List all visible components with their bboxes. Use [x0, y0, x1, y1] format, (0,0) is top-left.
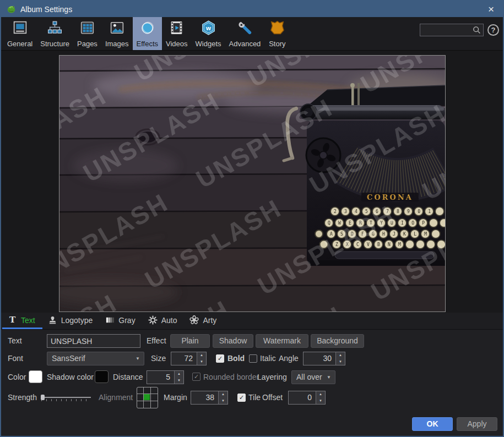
spin-up-icon[interactable]: ▲ [316, 391, 325, 398]
toolbar-label: Structure [40, 40, 69, 48]
strength-slider[interactable] [41, 392, 92, 402]
toolbar-label: General [7, 40, 32, 48]
toolbar-button-structure[interactable]: Structure [36, 17, 73, 50]
videos-icon [169, 20, 185, 38]
effect-background-button[interactable]: Background [311, 334, 364, 348]
close-button[interactable]: × [485, 4, 497, 14]
arty-icon [189, 315, 199, 325]
bold-checkbox[interactable]: ✓ [216, 354, 224, 363]
text-effect-panel: Text Effect Plain Shadow Watermark Backg… [1, 330, 503, 436]
tab-arty[interactable]: Arty [184, 313, 224, 329]
chevron-down-icon: ▼ [327, 371, 331, 384]
toolbar-button-videos[interactable]: Videos [162, 17, 192, 50]
effect-plain-button[interactable]: Plain [170, 334, 210, 348]
alignment-cell[interactable] [137, 387, 144, 394]
slider-track[interactable] [41, 397, 91, 398]
gray-icon [105, 315, 115, 325]
titlebar: Album Settings × [1, 1, 503, 17]
toolbar-label: Images [105, 40, 129, 48]
preview-area: CORONA 2345678901 [1, 51, 503, 313]
offset-spinner[interactable]: 0 ▲▼ [288, 391, 326, 405]
watermark-text-input[interactable] [47, 334, 140, 348]
bold-label: Bold [227, 352, 245, 365]
offset-label: Offset [262, 391, 283, 405]
general-icon [12, 20, 28, 38]
tab-text[interactable]: T Text [2, 313, 42, 329]
ok-button[interactable]: OK [412, 417, 453, 431]
text-tab-icon: T [8, 315, 17, 325]
alignment-cell[interactable] [151, 387, 158, 394]
logotype-icon [48, 315, 57, 325]
angle-spinner[interactable]: 30 ▲▼ [303, 352, 345, 365]
font-label: Font [8, 352, 23, 365]
story-icon [269, 20, 285, 38]
help-button[interactable]: ? [487, 24, 499, 36]
strength-label: Strength [8, 391, 37, 405]
alignment-label: Alignment [99, 391, 133, 405]
svg-text:w: w [205, 24, 211, 31]
rounded-border-checkbox[interactable]: ✓ [192, 373, 200, 381]
tab-gray[interactable]: Gray [100, 313, 142, 329]
tile-label: Tile [248, 391, 261, 405]
pages-icon [79, 20, 95, 38]
italic-checkbox[interactable] [249, 354, 257, 363]
toolbar-button-widgets[interactable]: w Widgets [192, 17, 225, 50]
slider-thumb[interactable] [41, 395, 45, 400]
alignment-cell-center[interactable] [144, 394, 150, 401]
alignment-cell[interactable] [137, 394, 144, 401]
tab-label: Auto [161, 316, 177, 325]
toolbar: General Structure [1, 17, 503, 51]
toolbar-label: Videos [166, 40, 188, 48]
tab-logotype[interactable]: Logotype [42, 313, 100, 329]
font-select[interactable]: SansSerif ▼ [47, 352, 144, 365]
toolbar-label: Advanced [229, 40, 261, 48]
size-label: Size [151, 352, 166, 365]
shadow-color-swatch[interactable] [95, 370, 109, 383]
spin-down-icon[interactable]: ▼ [175, 378, 183, 384]
layering-select[interactable]: All over ▼ [291, 370, 335, 384]
spin-down-icon[interactable]: ▼ [336, 359, 345, 365]
tile-checkbox[interactable]: ✓ [237, 394, 246, 402]
spin-down-icon[interactable]: ▼ [316, 398, 325, 405]
alignment-cell[interactable] [144, 401, 150, 408]
spin-up-icon[interactable]: ▲ [175, 371, 183, 378]
spin-down-icon[interactable]: ▼ [219, 398, 227, 405]
spin-down-icon[interactable]: ▼ [197, 359, 206, 365]
distance-value: 5 [147, 371, 174, 384]
toolbar-label: Widgets [196, 40, 221, 48]
toolbar-button-general[interactable]: General [3, 17, 36, 50]
structure-icon [47, 20, 63, 38]
effect-shadow-button[interactable]: Shadow [213, 334, 253, 348]
angle-label: Angle [279, 352, 299, 365]
alignment-grid[interactable] [137, 387, 158, 408]
alignment-cell[interactable] [151, 401, 158, 408]
alignment-cell[interactable] [137, 401, 144, 408]
apply-button[interactable]: Apply [457, 417, 497, 431]
spin-up-icon[interactable]: ▲ [197, 352, 206, 359]
margin-spinner[interactable]: 38 ▲▼ [191, 391, 228, 405]
spin-up-icon[interactable]: ▲ [336, 352, 345, 359]
search-input[interactable] [420, 26, 473, 34]
size-spinner[interactable]: 72 ▲▼ [171, 352, 207, 365]
toolbar-button-advanced[interactable]: Advanced [225, 17, 265, 50]
auto-icon [148, 315, 158, 325]
toolbar-button-story[interactable]: Story [264, 17, 290, 50]
effect-watermark-button[interactable]: Watermark [256, 334, 308, 348]
effects-tabbar: T Text Logotype Gray [1, 313, 503, 330]
tab-label: Arty [203, 316, 216, 325]
toolbar-button-pages[interactable]: Pages [73, 17, 101, 50]
alignment-cell[interactable] [144, 387, 150, 394]
text-color-swatch[interactable] [29, 370, 42, 383]
toolbar-button-images[interactable]: Images [101, 17, 133, 50]
toolbar-label: Pages [77, 40, 97, 48]
distance-spinner[interactable]: 5 ▲▼ [147, 370, 184, 384]
tab-label: Logotype [61, 316, 93, 325]
alignment-cell[interactable] [151, 394, 158, 401]
toolbar-button-effects[interactable]: Effects [133, 17, 162, 50]
widgets-icon: w [200, 20, 216, 38]
shadow-color-label: Shadow color [47, 370, 94, 384]
tab-auto[interactable]: Auto [143, 313, 185, 329]
tab-label: Gray [118, 316, 135, 325]
jalbum-logo-icon [7, 4, 16, 14]
spin-up-icon[interactable]: ▲ [219, 391, 227, 398]
